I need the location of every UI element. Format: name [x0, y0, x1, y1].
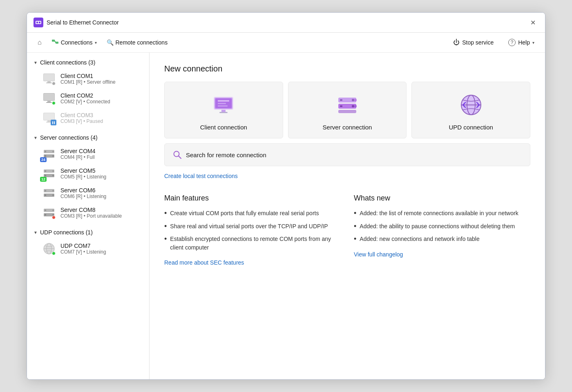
svg-rect-2 [39, 22, 40, 23]
svg-rect-1 [36, 22, 38, 23]
list-item[interactable]: Server COM6 COM6 [R] • Listening [27, 183, 149, 203]
svg-rect-9 [46, 82, 52, 83]
conn-info: Client COM1 COM1 [R] • Server offline [60, 73, 143, 85]
svg-rect-8 [47, 81, 51, 82]
status-dot-offline [52, 82, 56, 85]
svg-rect-31 [45, 190, 46, 192]
stop-service-label: Stop service [462, 39, 494, 46]
svg-rect-51 [218, 100, 229, 102]
help-button[interactable]: ? Help ▾ [504, 37, 538, 48]
feature-item: Establish encrypted connections to remot… [164, 235, 341, 252]
status-dot-listening [52, 252, 56, 255]
server-card-label: Server connection [323, 124, 372, 131]
svg-point-32 [52, 190, 54, 192]
connection-cards: Client connection Serve [164, 82, 530, 138]
conn-name: Server COM5 [60, 167, 143, 174]
svg-rect-22 [45, 155, 46, 157]
server-connection-card[interactable]: Server connection [288, 82, 407, 138]
remote-connections-button[interactable]: 🔍 Remote connections [103, 37, 172, 48]
features-title: Main features [164, 194, 341, 203]
udp-com7-icon-wrap [42, 241, 56, 256]
conn-name: Server COM8 [60, 207, 143, 213]
list-item[interactable]: 12 Server COM5 COM5 [R] • Listening [27, 164, 149, 183]
server-connections-section[interactable]: ▼ Server connections (4) [27, 131, 149, 144]
server-icon [42, 186, 56, 200]
new-connection-title: New connection [164, 64, 530, 74]
list-item[interactable]: Client COM2 COM2 [V] • Connected [27, 89, 149, 108]
local-test-link[interactable]: Create local test connections [164, 173, 238, 179]
client-connection-card[interactable]: Client connection [164, 82, 283, 138]
badge-12: 12 [40, 177, 47, 182]
udp-card-label: UPD connection [449, 124, 493, 131]
toolbar-left: ⌂ Connections ▾ 🔍 Remote connections [34, 36, 172, 49]
svg-rect-15 [44, 113, 54, 120]
udp-connections-section[interactable]: ▼ UDP connections (1) [27, 226, 149, 239]
features-list: Create virtual COM ports that fully emul… [164, 209, 341, 252]
conn-info: Server COM6 COM6 [R] • Listening [60, 187, 143, 199]
svg-point-26 [52, 170, 54, 172]
changelog-link[interactable]: View full changelog [354, 251, 403, 258]
title-bar-left: Serial to Ethernet Connector [34, 18, 119, 27]
conn-name: UDP COM7 [60, 243, 143, 249]
app-icon [34, 18, 43, 27]
title-bar: Serial to Ethernet Connector ✕ [27, 13, 545, 33]
server-com8-icon-wrap [42, 205, 56, 220]
conn-detail: COM7 [V] • Listening [60, 249, 143, 255]
udp-connection-card[interactable]: UPD connection [411, 82, 530, 138]
svg-line-5 [55, 41, 56, 43]
svg-rect-4 [56, 42, 58, 44]
help-chevron-icon: ▾ [532, 40, 534, 45]
conn-name: Server COM6 [60, 187, 143, 194]
stop-service-button[interactable]: ⏻ Stop service [449, 37, 498, 48]
list-item[interactable]: Server COM8 COM3 [R] • Port unavailable [27, 203, 149, 223]
client-com2-icon-wrap [42, 91, 56, 106]
server-com6-icon-wrap [42, 186, 56, 200]
server-card-icon [334, 92, 360, 118]
whats-new-section: Whats new Added: the list of remote conn… [354, 194, 530, 281]
home-icon: ⌂ [38, 39, 42, 46]
whats-new-title: Whats new [354, 194, 530, 203]
pause-bars [52, 121, 55, 124]
list-item[interactable]: 24 Server COM4 COM4 [R] • Full [27, 144, 149, 164]
svg-rect-16 [47, 120, 51, 122]
status-dot-connected [52, 101, 56, 105]
connections-icon [51, 38, 59, 47]
svg-rect-7 [44, 74, 54, 81]
svg-line-68 [179, 156, 181, 158]
connections-label: Connections [61, 39, 93, 46]
close-button[interactable]: ✕ [527, 17, 538, 28]
conn-name: Client COM2 [60, 92, 143, 99]
client-section-label: Client connections (3) [40, 59, 95, 66]
globe-card-icon [458, 92, 484, 118]
window-title: Serial to Ethernet Connector [47, 19, 119, 26]
svg-rect-55 [340, 99, 342, 101]
whats-new-item: Added: new connections and network info … [354, 235, 530, 244]
conn-info: Server COM5 COM5 [R] • Listening [60, 167, 143, 180]
badge-24: 24 [40, 157, 47, 162]
list-item[interactable]: Client COM3 COM3 [V] • Paused [27, 108, 149, 128]
svg-rect-50 [219, 112, 228, 113]
conn-detail: COM3 [V] • Paused [60, 118, 143, 124]
list-item[interactable]: UDP COM7 COM7 [V] • Listening [27, 239, 149, 258]
conn-info: Client COM3 COM3 [V] • Paused [60, 112, 143, 124]
main-layout: ▼ Client connections (3) Client COM1 C [27, 53, 545, 379]
conn-detail: COM6 [R] • Listening [60, 194, 143, 199]
connections-button[interactable]: Connections ▾ [47, 36, 101, 49]
home-button[interactable]: ⌂ [34, 37, 46, 48]
svg-rect-3 [52, 40, 55, 42]
svg-rect-19 [45, 151, 46, 152]
sidebar: ▼ Client connections (3) Client COM1 C [27, 53, 150, 379]
svg-rect-59 [340, 105, 342, 107]
list-item[interactable]: Client COM1 COM1 [R] • Server offline [27, 69, 149, 89]
features-link[interactable]: Read more about SEC features [164, 259, 244, 266]
conn-name: Client COM3 [60, 112, 143, 118]
svg-rect-13 [46, 102, 52, 103]
svg-rect-52 [218, 103, 226, 104]
connections-chevron-icon: ▾ [95, 40, 97, 45]
svg-point-29 [52, 175, 54, 176]
udp-section-label: UDP connections (1) [40, 229, 93, 236]
search-remote-button[interactable]: Search for remote connection [164, 143, 530, 166]
client-connections-section[interactable]: ▼ Client connections (3) [27, 56, 149, 69]
toolbar-right: ⏻ Stop service ? Help ▾ [449, 37, 538, 48]
status-dot-unavailable [52, 216, 56, 219]
